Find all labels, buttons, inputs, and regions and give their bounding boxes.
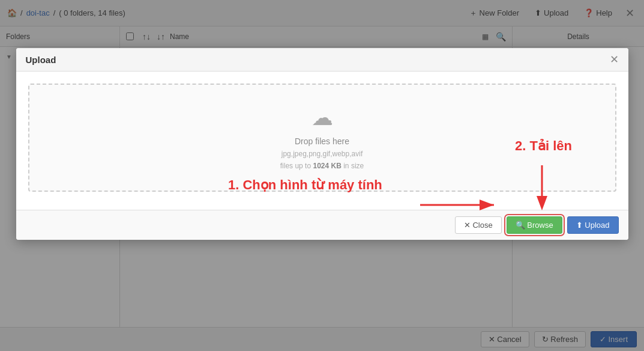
drop-zone[interactable]: ☁ Drop files here jpg,jpeg,png,gif,webp,… (28, 84, 616, 192)
modal-header: Upload ✕ (16, 48, 628, 72)
modal-close-button[interactable]: ✕ (610, 54, 619, 65)
modal-body: ☁ Drop files here jpg,jpeg,png,gif,webp,… (16, 72, 628, 210)
drop-text: Drop files here (295, 136, 349, 146)
modal-footer: ✕ Close 🔍 Browse ⬆ Upload (16, 210, 628, 240)
file-manager: 🏠 / doi-tac / ( 0 folders, 14 files) ＋ N… (0, 0, 644, 351)
close-modal-button[interactable]: ✕ Close (455, 216, 502, 234)
upload-modal: Upload ✕ ☁ Drop files here jpg,jpeg,png,… (16, 48, 628, 240)
browse-button[interactable]: 🔍 Browse (507, 216, 562, 234)
modal-overlay: Upload ✕ ☁ Drop files here jpg,jpeg,png,… (0, 0, 644, 351)
drop-size: files up to 1024 KB in size (280, 162, 364, 170)
modal-title: Upload (26, 55, 56, 65)
cloud-upload-icon: ☁ (311, 105, 333, 130)
drop-formats: jpg,jpeg,png,gif,webp,avif (281, 150, 363, 158)
upload-modal-button[interactable]: ⬆ Upload (567, 216, 619, 234)
